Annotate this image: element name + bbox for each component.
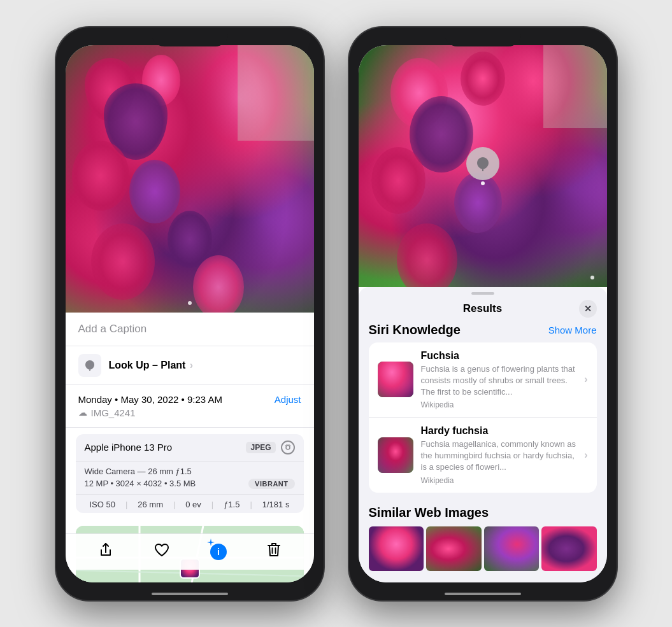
adjust-button[interactable]: Adjust [275, 394, 301, 405]
hardy-thumb-img [378, 437, 413, 473]
device-section: Apple iPhone 13 Pro JPEG Wide Camera — 2… [76, 434, 304, 513]
right-phone: Results ✕ Siri Knowledge Show More [349, 27, 617, 600]
photo-page-dot [188, 301, 192, 305]
device-badges: JPEG [246, 440, 294, 454]
siri-section-header: Siri Knowledge Show More [369, 323, 597, 337]
leaf-icon [83, 359, 96, 372]
lookup-chevron-icon: › [190, 360, 193, 370]
similar-images-grid [369, 526, 597, 571]
hardy-fuchsia-thumb [378, 437, 413, 473]
similar-images-section: Similar Web Images [359, 505, 607, 571]
siri-knowledge-section: Siri Knowledge Show More Fuchsia Fuchsia… [359, 323, 607, 500]
visual-lookup-button[interactable] [466, 147, 499, 180]
caption-placeholder[interactable]: Add a Caption [78, 323, 147, 335]
exif-row: ISO 50 | 26 mm | 0 ev | ƒ1.5 | 1/181 s [76, 495, 304, 513]
knowledge-content-fuchsia: Fuchsia Fuchsia is a genus of flowering … [421, 350, 577, 410]
trash-icon [267, 542, 281, 558]
camera-info: Wide Camera — 26 mm ƒ1.5 [85, 467, 295, 476]
device-name: Apple iPhone 13 Pro [85, 442, 173, 453]
similar-image-1[interactable] [369, 526, 424, 571]
lookup-bold: Look Up – [109, 360, 158, 370]
bottom-toolbar: i [66, 533, 314, 570]
fuchsia-chevron-icon: › [584, 374, 587, 385]
fuchsia-thumb-img [378, 362, 413, 397]
notch-right [445, 27, 521, 46]
results-header: Results ✕ [359, 302, 607, 323]
similar-image-4[interactable] [541, 526, 597, 571]
lookup-icon [78, 354, 101, 377]
siri-knowledge-title: Siri Knowledge [369, 323, 461, 337]
fuchsia-description: Fuchsia is a genus of flowering plants t… [421, 363, 577, 398]
caption-area[interactable]: Add a Caption [66, 313, 314, 346]
results-title: Results [463, 302, 502, 315]
exif-aperture: ƒ1.5 [224, 500, 239, 509]
fuchsia-name: Fuchsia [421, 350, 577, 362]
exif-ev: 0 ev [185, 500, 201, 509]
right-photo-area [359, 45, 607, 287]
favorite-button[interactable] [154, 542, 170, 561]
hardy-name: Hardy fuchsia [421, 425, 577, 437]
sparkle-icon [206, 539, 215, 547]
knowledge-item-fuchsia[interactable]: Fuchsia Fuchsia is a genus of flowering … [369, 342, 597, 418]
show-more-button[interactable]: Show More [548, 325, 597, 335]
fuchsia-source: Wikipedia [421, 400, 577, 409]
similar-image-2[interactable] [426, 526, 482, 571]
left-phone: Add a Caption Look Up – Plant › Monday •… [56, 27, 324, 600]
lookup-dot [481, 181, 485, 185]
photo-image [66, 45, 314, 313]
lookup-row[interactable]: Look Up – Plant › [66, 346, 314, 385]
share-button[interactable] [98, 542, 113, 561]
camera-info-row: Wide Camera — 26 mm ƒ1.5 12 MP • 3024 × … [76, 461, 304, 495]
exif-shutter: 1/181 s [262, 500, 290, 509]
sheet-handle[interactable] [471, 292, 494, 295]
right-photo-page-dot [590, 276, 594, 279]
fuchsia-thumb [378, 362, 413, 397]
close-button[interactable]: ✕ [579, 300, 597, 318]
meta-date: Monday • May 30, 2022 • 9:23 AM [78, 394, 222, 405]
home-indicator-right [445, 593, 521, 595]
cloud-icon: ☁ [78, 407, 87, 418]
delete-button[interactable] [267, 542, 281, 562]
camera-specs-row: 12 MP • 3024 × 4032 • 3.5 MB VIBRANT [85, 479, 295, 489]
exif-iso: ISO 50 [89, 500, 115, 509]
knowledge-item-hardy-fuchsia[interactable]: Hardy fuchsia Fuchsia magellanica, commo… [369, 418, 597, 493]
knowledge-card: Fuchsia Fuchsia is a genus of flowering … [369, 342, 597, 493]
home-indicator [152, 593, 228, 595]
exif-mm: 26 mm [138, 500, 163, 509]
vibrant-badge: VIBRANT [248, 479, 294, 489]
info-button-wrapper[interactable]: i [210, 544, 227, 560]
hardy-source: Wikipedia [421, 476, 577, 485]
results-sheet[interactable]: Results ✕ Siri Knowledge Show More [359, 287, 607, 582]
similar-image-3[interactable] [484, 526, 540, 571]
heart-icon [154, 542, 170, 558]
photo-area[interactable] [66, 45, 314, 313]
meta-section: Monday • May 30, 2022 • 9:23 AM Adjust ☁… [66, 385, 314, 428]
svg-point-0 [286, 446, 290, 449]
left-screen: Add a Caption Look Up – Plant › Monday •… [66, 45, 314, 582]
hardy-chevron-icon: › [584, 449, 587, 461]
lookup-label[interactable]: Look Up – Plant › [109, 360, 194, 371]
camera-specs: 12 MP • 3024 × 4032 • 3.5 MB [85, 479, 196, 488]
hardy-description: Fuchsia magellanica, commonly known as t… [421, 439, 577, 474]
notch [152, 27, 228, 46]
knowledge-content-hardy: Hardy fuchsia Fuchsia magellanica, commo… [421, 425, 577, 485]
camera-circle-icon [281, 440, 295, 454]
lookup-normal: Plant [158, 360, 186, 370]
right-screen: Results ✕ Siri Knowledge Show More [359, 45, 607, 582]
leaf-lookup-icon [474, 155, 492, 173]
meta-filename: IMG_4241 [91, 407, 136, 418]
device-row: Apple iPhone 13 Pro JPEG [76, 434, 304, 461]
jpeg-badge: JPEG [246, 442, 275, 453]
similar-images-title: Similar Web Images [369, 505, 597, 520]
share-icon [98, 542, 113, 558]
